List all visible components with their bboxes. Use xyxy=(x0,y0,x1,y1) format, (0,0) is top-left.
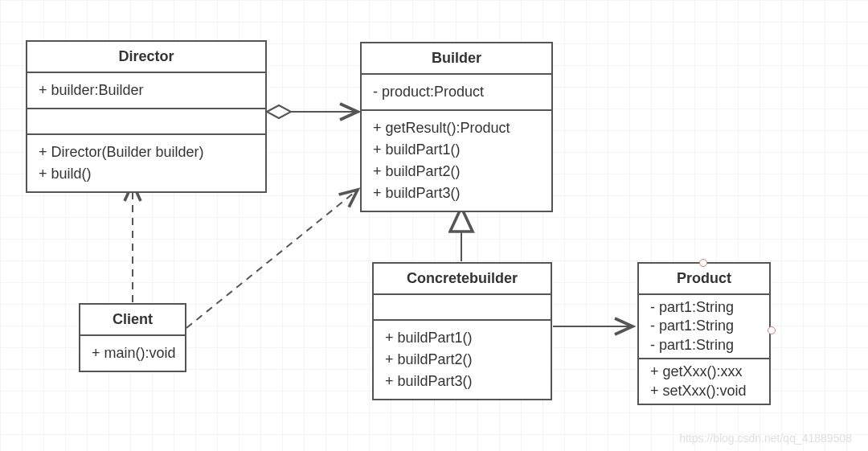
class-title: Director xyxy=(27,42,265,73)
class-title: Product xyxy=(639,264,769,295)
class-attributes: + builder:Builder xyxy=(27,73,265,109)
operation: + buildPart2() xyxy=(373,161,540,182)
port-icon xyxy=(768,326,776,334)
class-builder: Builder - product:Product + getResult():… xyxy=(360,42,553,212)
class-concretebuilder: Concretebuilder + buildPart1() + buildPa… xyxy=(372,262,552,400)
attribute: - part1:String xyxy=(650,298,758,317)
operation: + buildPart3() xyxy=(373,182,540,204)
class-operations: + Director(Builder builder) + build() xyxy=(27,135,265,191)
class-attributes: - product:Product xyxy=(362,75,551,111)
attribute: - part1:String xyxy=(650,317,758,335)
svg-line-2 xyxy=(186,190,358,328)
class-attributes xyxy=(374,295,551,321)
operation: + getXxx():xxx xyxy=(650,363,758,381)
class-title: Client xyxy=(80,305,185,336)
class-title: Builder xyxy=(362,43,551,75)
operation: + build() xyxy=(39,163,254,185)
class-director: Director + builder:Builder + Director(Bu… xyxy=(26,40,267,193)
watermark: https://blog.csdn.net/qq_41889508 xyxy=(679,432,852,445)
class-spacer xyxy=(27,109,265,135)
operation: + buildPart1() xyxy=(373,139,540,161)
class-operations: + main():void xyxy=(80,336,185,371)
class-operations: + buildPart1() + buildPart2() + buildPar… xyxy=(374,321,551,399)
operation: + setXxx():void xyxy=(650,382,758,400)
class-product: Product - part1:String - part1:String - … xyxy=(637,262,771,405)
operation: + buildPart3() xyxy=(385,371,539,392)
class-attributes: - part1:String - part1:String - part1:St… xyxy=(639,295,769,359)
class-operations: + getResult():Product + buildPart1() + b… xyxy=(362,111,551,211)
class-operations: + getXxx():xxx + setXxx():void xyxy=(639,359,769,404)
attribute: - product:Product xyxy=(373,81,540,103)
port-icon xyxy=(699,259,707,267)
operation: + buildPart1() xyxy=(385,327,539,349)
operation: + buildPart2() xyxy=(385,349,539,371)
class-client: Client + main():void xyxy=(79,303,186,372)
operation: + main():void xyxy=(92,342,174,364)
attribute: + builder:Builder xyxy=(39,80,254,101)
operation: + Director(Builder builder) xyxy=(39,141,254,163)
operation: + getResult():Product xyxy=(373,117,540,139)
attribute: - part1:String xyxy=(650,336,758,355)
class-title: Concretebuilder xyxy=(374,264,551,295)
